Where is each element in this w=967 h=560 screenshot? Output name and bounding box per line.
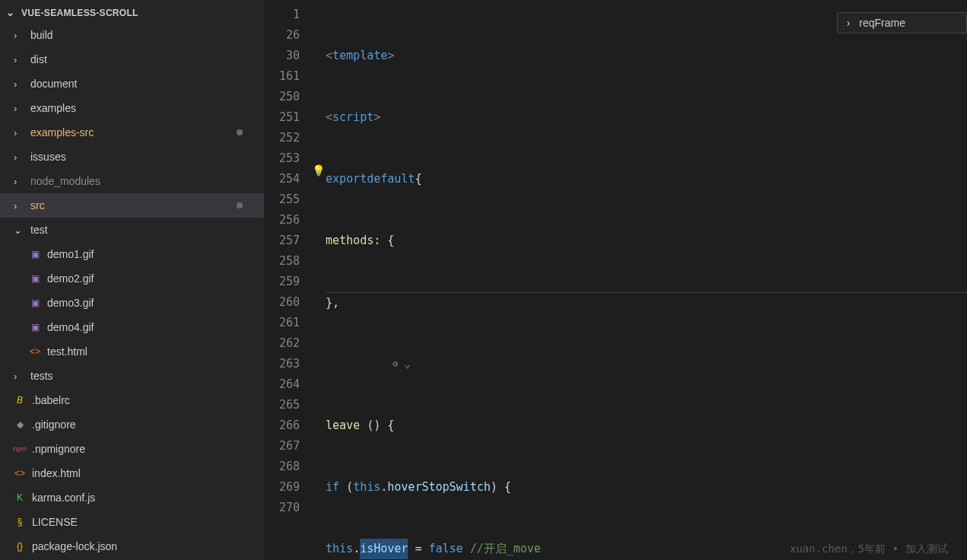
file-index-html[interactable]: <> index.html xyxy=(0,461,264,485)
html-icon: <> xyxy=(14,467,26,479)
chevron-right-icon: › xyxy=(14,78,24,90)
sidebar: ⌄ VUE-SEAMLESS-SCROLL › build › dist › d… xyxy=(0,0,265,560)
npm-icon: npm xyxy=(14,443,26,455)
file-npmignore[interactable]: npm .npmignore xyxy=(0,437,264,461)
folder-issuses[interactable]: › issuses xyxy=(0,145,264,169)
code-lines[interactable]: <<template>template> <script> export def… xyxy=(326,0,967,560)
file-test-html[interactable]: <> test.html xyxy=(0,339,264,364)
folder-build[interactable]: › build xyxy=(0,23,264,47)
chevron-right-icon: › xyxy=(14,127,24,138)
image-icon: ▣ xyxy=(29,272,41,285)
git-icon: ◆ xyxy=(14,418,26,431)
file-tree: › build › dist › document › examples › e… xyxy=(0,21,264,560)
chevron-down-icon: ⌄ xyxy=(6,7,17,18)
outline-chip[interactable]: › reqFrame xyxy=(837,12,967,33)
project-header[interactable]: ⌄ VUE-SEAMLESS-SCROLL xyxy=(0,4,264,21)
file-karma-conf[interactable]: K karma.conf.js xyxy=(0,485,264,510)
folder-document[interactable]: › document xyxy=(0,72,264,96)
chevron-down-icon: ⌄ xyxy=(14,224,24,236)
chevron-right-icon: › xyxy=(847,17,851,29)
folder-examples[interactable]: › examples xyxy=(0,96,264,120)
codelens[interactable]: ⚙⌄ xyxy=(326,354,967,374)
modified-dot-icon xyxy=(237,129,243,135)
folder-dist[interactable]: › dist xyxy=(0,47,264,72)
chevron-down-icon: ⌄ xyxy=(404,354,410,374)
folder-tests[interactable]: › tests xyxy=(0,364,264,388)
chevron-right-icon: › xyxy=(14,30,24,41)
chevron-right-icon: › xyxy=(14,176,24,187)
file-gitignore[interactable]: ◆ .gitignore xyxy=(0,412,264,437)
line-gutter: 12630161 250251252 253254255256 25725825… xyxy=(265,0,310,560)
outline-symbol: reqFrame xyxy=(859,17,905,29)
file-demo2-gif[interactable]: ▣ demo2.gif xyxy=(0,266,264,291)
file-babelrc[interactable]: B .babelrc xyxy=(0,388,264,412)
lightbulb-icon[interactable]: 💡 xyxy=(312,164,325,177)
file-demo4-gif[interactable]: ▣ demo4.gif xyxy=(0,315,264,339)
glyph-margin: 💡 xyxy=(310,0,326,560)
folder-node-modules[interactable]: › node_modules xyxy=(0,169,264,193)
chevron-right-icon: › xyxy=(14,371,24,382)
git-blame: xuan.chen，5年前 • 加入测试 xyxy=(790,539,948,559)
modified-dot-icon xyxy=(237,202,243,208)
gear-icon: ⚙ xyxy=(393,354,398,374)
code-editor[interactable]: › reqFrame 12630161 250251252 2532542552… xyxy=(265,0,967,560)
file-license[interactable]: § LICENSE xyxy=(0,510,264,534)
image-icon: ▣ xyxy=(29,321,41,333)
karma-icon: K xyxy=(14,492,26,504)
file-package-lock[interactable]: {} package-lock.json xyxy=(0,534,264,558)
license-icon: § xyxy=(14,516,26,528)
image-icon: ▣ xyxy=(29,248,41,260)
babel-icon: B xyxy=(14,394,26,406)
folder-test[interactable]: ⌄ test xyxy=(0,218,264,242)
file-demo3-gif[interactable]: ▣ demo3.gif xyxy=(0,291,264,315)
code-area[interactable]: 12630161 250251252 253254255256 25725825… xyxy=(265,0,967,560)
chevron-right-icon: › xyxy=(14,103,24,114)
json-icon: {} xyxy=(14,540,26,552)
chevron-right-icon: › xyxy=(14,54,24,65)
image-icon: ▣ xyxy=(29,297,41,309)
folder-src[interactable]: › src xyxy=(0,193,264,218)
folder-examples-src[interactable]: › examples-src xyxy=(0,120,264,145)
file-demo1-gif[interactable]: ▣ demo1.gif xyxy=(0,242,264,266)
html-icon: <> xyxy=(29,345,41,358)
chevron-right-icon: › xyxy=(14,200,24,212)
project-title: VUE-SEAMLESS-SCROLL xyxy=(21,8,138,18)
chevron-right-icon: › xyxy=(14,151,24,163)
